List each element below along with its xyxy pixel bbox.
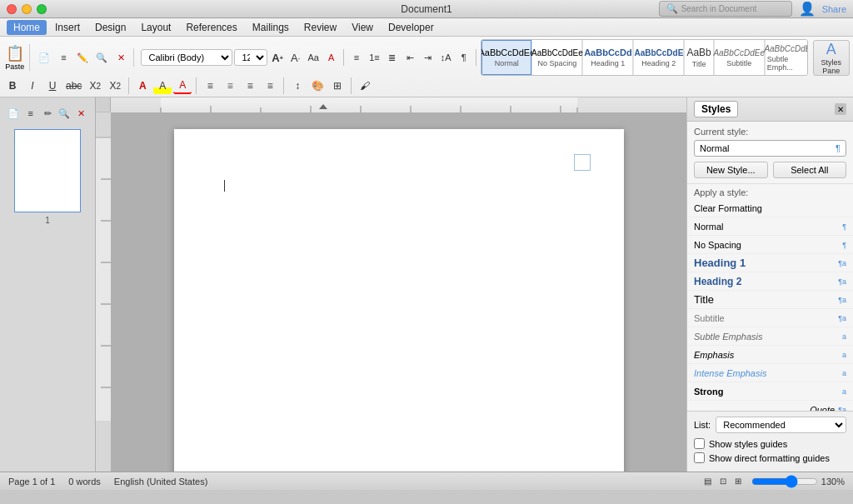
close-button[interactable]	[7, 4, 17, 14]
current-style-box[interactable]: Normal ¶	[694, 140, 846, 157]
style-item-quote[interactable]: Quote ¶a	[687, 401, 853, 411]
shading-button[interactable]: 🎨	[308, 77, 327, 94]
font-size-select[interactable]: 12 10 11 14	[234, 49, 267, 66]
style-item-heading2[interactable]: Heading 2 ¶a	[687, 272, 853, 291]
font-color-button[interactable]: A	[173, 77, 192, 94]
style-no-spacing-icon: ¶	[842, 241, 846, 249]
minimize-button[interactable]	[22, 4, 32, 14]
clear-format-button[interactable]: A	[323, 48, 339, 67]
account-icon[interactable]: 👤	[799, 1, 816, 17]
menu-design[interactable]: Design	[88, 20, 132, 35]
increase-indent-button[interactable]: ⇥	[420, 48, 436, 67]
list-select[interactable]: Recommended All Styles In Use	[716, 417, 846, 433]
style-item-subtle-emphasis[interactable]: Subtle Emphasis a	[687, 327, 853, 346]
menu-developer[interactable]: Developer	[382, 20, 441, 35]
maximize-button[interactable]	[37, 4, 47, 14]
menu-home[interactable]: Home	[7, 20, 47, 35]
style-heading2[interactable]: AaBbCcDdE Heading 2	[634, 40, 684, 75]
new-style-button[interactable]: New Style...	[694, 162, 768, 178]
change-case-button[interactable]: Aa	[305, 48, 321, 67]
zoom-slider[interactable]	[751, 477, 818, 486]
align-left-button[interactable]: ≡	[201, 77, 219, 94]
show-para-button[interactable]: ¶	[456, 48, 471, 67]
styles-panel-close-button[interactable]: ✕	[835, 103, 846, 115]
statusbar: Page 1 of 1 0 words English (United Stat…	[0, 472, 853, 490]
show-direct-formatting-checkbox[interactable]	[694, 452, 705, 463]
style-item-subtitle[interactable]: Subtitle ¶a	[687, 309, 853, 327]
multilist-button[interactable]: ≣	[384, 48, 400, 67]
styles-pane-button[interactable]: A Styles Pane	[813, 40, 850, 76]
borders-button[interactable]: ⊞	[328, 77, 347, 94]
sidebar-find-button[interactable]: 🔍	[57, 104, 71, 122]
style-no-spacing-name: No Spacing	[694, 240, 741, 250]
menu-references[interactable]: References	[179, 20, 243, 35]
sidebar-edit-button[interactable]: ✏	[41, 104, 54, 122]
menu-insert[interactable]: Insert	[48, 20, 87, 35]
bullets-button[interactable]: ≡	[348, 48, 364, 67]
find-button[interactable]: 🔍	[92, 48, 111, 67]
print-layout-button[interactable]: ▤	[701, 475, 715, 488]
sidebar-list-button[interactable]: ≡	[23, 104, 37, 122]
style-item-heading1[interactable]: Heading 1 ¶a	[687, 254, 853, 272]
format-painter-button[interactable]: 🖌	[356, 77, 374, 94]
decrease-indent-button[interactable]: ⇤	[402, 48, 418, 67]
increase-font-button[interactable]: A+	[269, 48, 285, 67]
style-item-title[interactable]: Title ¶a	[687, 291, 853, 309]
style-normal[interactable]: AaBbCcDdEe Normal	[481, 40, 531, 75]
share-button[interactable]: Share	[822, 4, 846, 14]
italic-button[interactable]: I	[23, 77, 42, 94]
style-item-clear-formatting[interactable]: Clear Formatting	[687, 199, 853, 217]
view-controls: ▤ ⊡ ⊞	[701, 475, 745, 488]
style-subtle-emph[interactable]: AaBbCcDdEe Subtle Emph...	[766, 40, 808, 75]
superscript-button[interactable]: X2	[106, 77, 124, 94]
web-layout-button[interactable]: ⊞	[731, 475, 745, 488]
align-right-button[interactable]: ≡	[241, 77, 259, 94]
new-doc-button[interactable]: 📄	[35, 48, 53, 67]
search-box[interactable]: 🔍 Search in Document	[659, 1, 792, 17]
font-family-select[interactable]: Calibri (Body) Arial Times New Roman	[141, 49, 232, 66]
menu-mailings[interactable]: Mailings	[246, 20, 296, 35]
sidebar-new-button[interactable]: 📄	[7, 104, 20, 122]
decrease-font-button[interactable]: A-	[287, 48, 303, 67]
text-effects-button[interactable]: A	[133, 77, 152, 94]
document-page[interactable]	[174, 129, 624, 472]
sort-button[interactable]: ↕A	[438, 48, 454, 67]
justify-button[interactable]: ≡	[261, 77, 279, 94]
styles-panel-header: Styles ✕	[687, 97, 853, 122]
page-thumbnail-1[interactable]	[14, 129, 81, 212]
style-item-intense-emphasis[interactable]: Intense Emphasis a	[687, 364, 853, 382]
close-sm-button[interactable]: ✕	[112, 48, 130, 67]
underline-button[interactable]: U	[43, 77, 62, 94]
titlebar-right: 🔍 Search in Document 👤 Share	[659, 1, 846, 17]
select-all-button[interactable]: Select All	[773, 162, 847, 178]
style-heading2-icon: ¶a	[838, 277, 846, 286]
menu-layout[interactable]: Layout	[134, 20, 177, 35]
style-title[interactable]: AaBb Title	[685, 40, 713, 75]
style-emphasis-icon: a	[842, 351, 846, 359]
show-styles-guides-checkbox[interactable]	[694, 438, 705, 449]
style-item-strong[interactable]: Strong a	[687, 382, 853, 401]
style-no-spacing[interactable]: AaBbCcDdEe No Spacing	[532, 40, 582, 75]
style-item-no-spacing[interactable]: No Spacing ¶	[687, 236, 853, 254]
edit-button[interactable]: ✏️	[73, 48, 92, 67]
style-item-normal[interactable]: Normal ¶	[687, 217, 853, 236]
document-scroll[interactable]	[111, 112, 686, 472]
menu-review[interactable]: Review	[297, 20, 343, 35]
strikethrough-button[interactable]: abc	[63, 77, 84, 94]
style-subtitle[interactable]: AaBbCcDdEe Subtitle	[715, 40, 765, 75]
sidebar-close-button[interactable]: ✕	[75, 104, 88, 122]
line-spacing-button[interactable]: ↕	[288, 77, 307, 94]
paste-button[interactable]: 📋	[6, 44, 24, 62]
text-cursor	[224, 180, 225, 192]
list-button[interactable]: ≡	[54, 48, 72, 67]
style-item-emphasis[interactable]: Emphasis a	[687, 346, 853, 364]
menu-view[interactable]: View	[345, 20, 380, 35]
full-screen-button[interactable]: ⊡	[716, 475, 730, 488]
subscript-button[interactable]: X2	[86, 77, 104, 94]
numbering-button[interactable]: 1≡	[367, 48, 382, 67]
align-center-button[interactable]: ≡	[221, 77, 239, 94]
doc-content[interactable]	[174, 129, 624, 472]
bold-button[interactable]: B	[3, 77, 22, 94]
style-heading1[interactable]: AaBbCcDd Heading 1	[583, 40, 633, 75]
highlight-button[interactable]: A	[153, 77, 172, 94]
